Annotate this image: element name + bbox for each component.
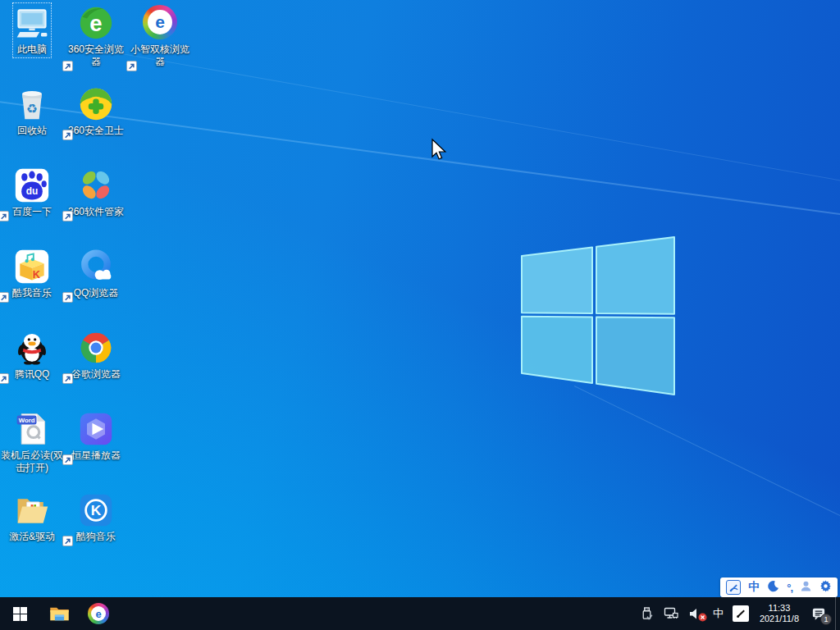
icon-label: 360安全浏览器 <box>65 43 127 68</box>
windows-desktop-screen: 此电脑 ♻ 回收站 <box>0 0 840 630</box>
svg-text:e: e <box>89 11 102 36</box>
desktop-icon-chrome[interactable]: 谷歌浏览器 <box>64 328 128 382</box>
desktop-icon-activation-drivers[interactable]: 激活&驱动 <box>0 491 64 545</box>
shortcut-arrow-icon <box>62 61 73 71</box>
shortcut-arrow-icon <box>0 211 9 221</box>
icon-label: 回收站 <box>14 125 50 137</box>
icon-label: 酷我音乐 <box>12 287 52 299</box>
360-software-manager-icon <box>78 167 114 203</box>
taskbar-file-explorer-button[interactable] <box>39 597 79 630</box>
desktop-icon-baidu[interactable]: du 百度一下 <box>0 166 64 220</box>
xiaozhi-browser-icon: e <box>142 5 178 41</box>
windows-logo-wallpaper <box>515 231 678 399</box>
desktop-icon-360-safe[interactable]: 360安全卫士 <box>64 84 128 139</box>
ime-user-profile-icon[interactable] <box>800 580 812 596</box>
tray-language-indicator[interactable]: 中 <box>708 606 728 621</box>
desktop-icon-360-browser[interactable]: e 360安全浏览器 <box>64 3 128 70</box>
file-explorer-icon <box>48 603 71 625</box>
this-pc-icon <box>14 5 50 41</box>
clock-time: 11:33 <box>760 603 799 614</box>
icon-label: 此电脑 <box>14 43 50 56</box>
ime-settings-gear-icon[interactable] <box>819 580 832 596</box>
windows-logo-icon <box>13 607 27 621</box>
google-chrome-icon <box>78 330 114 366</box>
shortcut-arrow-icon <box>62 536 73 546</box>
ime-fullwidth-moon-icon[interactable] <box>767 580 779 596</box>
show-desktop-button[interactable] <box>835 597 840 630</box>
desktop-icon-kuwo-music[interactable]: K 酷我音乐 <box>0 247 64 301</box>
svg-text:K: K <box>91 502 102 518</box>
icon-label: 小智双核浏览器 <box>129 43 191 68</box>
baidu-du-text: du <box>26 185 39 197</box>
desktop-icon-360-manager[interactable]: 360软件管家 <box>64 166 128 220</box>
usb-safely-remove-icon[interactable] <box>635 597 659 630</box>
browser-e-icon: e <box>88 603 109 624</box>
shortcut-arrow-icon <box>126 61 137 71</box>
desktop-wallpaper[interactable]: 此电脑 ♻ 回收站 <box>0 0 840 597</box>
icon-label: 恒星播放器 <box>71 450 121 462</box>
clock-date: 2021/11/8 <box>760 614 799 624</box>
desktop-icon-recycle-bin[interactable]: ♻ 回收站 <box>0 84 64 139</box>
icon-label: 酷狗音乐 <box>76 531 116 543</box>
desktop-icon-word-readme[interactable]: Word 装机后必读(双击打开) <box>0 409 64 476</box>
icon-label: QQ浏览器 <box>74 287 119 299</box>
shortcut-arrow-icon <box>0 292 9 303</box>
tray-clock[interactable]: 11:33 2021/11/8 <box>753 603 806 624</box>
ime-punctuation-toggle[interactable]: °, <box>787 582 792 594</box>
shortcut-arrow-icon <box>62 211 73 221</box>
taskbar: e <box>0 597 840 630</box>
taskbar-browser-button[interactable]: e <box>79 597 118 630</box>
start-button[interactable] <box>0 597 39 630</box>
icon-label: 百度一下 <box>12 206 52 218</box>
word-badge-text: Word <box>19 417 35 424</box>
desktop-icon-xiaozhi-browser[interactable]: e 小智双核浏览器 <box>128 3 192 70</box>
qq-browser-icon <box>78 249 114 285</box>
icon-label: 激活&驱动 <box>9 531 55 543</box>
network-icon[interactable] <box>659 597 683 630</box>
icon-label: 谷歌浏览器 <box>71 368 121 381</box>
kuwo-music-icon: K <box>14 249 50 285</box>
notification-count-badge: 1 <box>820 614 832 625</box>
shortcut-arrow-icon <box>0 373 9 384</box>
icon-label: 腾讯QQ <box>14 368 50 381</box>
ime-logo-icon[interactable] <box>726 580 741 595</box>
svg-text:K: K <box>33 268 41 281</box>
tencent-qq-icon <box>14 330 50 366</box>
system-tray: 中 11:33 2021/11/8 1 <box>635 597 840 630</box>
shortcut-arrow-icon <box>62 373 73 384</box>
desktop-icon-tencent-qq[interactable]: 腾讯QQ <box>0 328 64 382</box>
shortcut-arrow-icon <box>62 454 73 465</box>
ime-chinese-mode-toggle[interactable]: 中 <box>748 580 760 595</box>
360-safe-icon <box>78 86 114 122</box>
shortcut-arrow-icon <box>62 130 73 140</box>
action-center-button[interactable]: 1 <box>806 597 835 630</box>
icon-label: 装机后必读(双击打开) <box>1 450 63 474</box>
desktop-icon-this-pc[interactable]: 此电脑 <box>0 3 64 57</box>
kugou-music-icon: K <box>78 492 114 528</box>
desktop-icon-star-player[interactable]: 恒星播放器 <box>64 409 128 463</box>
360-browser-icon: e <box>78 5 114 41</box>
recycle-bin-icon: ♻ <box>14 86 50 122</box>
star-player-icon <box>78 411 114 447</box>
shortcut-arrow-icon <box>62 292 73 303</box>
volume-muted-icon[interactable] <box>683 597 708 630</box>
word-document-icon: Word <box>14 411 50 447</box>
ime-toolbar[interactable]: 中 °, <box>720 578 838 597</box>
folder-icon <box>14 492 50 528</box>
svg-text:♻: ♻ <box>26 102 38 116</box>
baidu-icon: du <box>14 167 50 203</box>
desktop-icon-qq-browser[interactable]: QQ浏览器 <box>64 247 128 301</box>
desktop-icon-kugou-music[interactable]: K 酷狗音乐 <box>64 491 128 545</box>
icon-label: 360安全卫士 <box>68 125 124 137</box>
mouse-cursor <box>430 138 448 162</box>
mute-badge <box>698 613 707 622</box>
icon-label: 360软件管家 <box>68 206 124 218</box>
tray-ime-status-icon[interactable] <box>728 597 753 630</box>
